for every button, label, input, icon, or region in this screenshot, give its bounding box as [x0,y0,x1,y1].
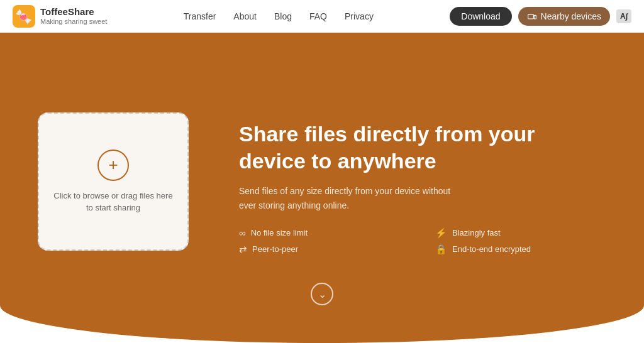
feature-label-encrypted: End-to-end encrypted [452,244,531,254]
svg-rect-3 [534,15,536,19]
nearby-icon [527,11,537,21]
feature-encrypted: 🔒 End-to-end encrypted [435,244,606,255]
plus-circle-icon: + [97,150,129,181]
feature-label-fast: Blazingly fast [452,228,501,237]
nav-faq[interactable]: FAQ [309,11,327,21]
transfer-icon: ⇄ [239,244,247,255]
svg-rect-2 [528,14,533,19]
svg-text:🍬: 🍬 [15,8,33,25]
nav-blog[interactable]: Blog [274,11,292,21]
dropzone-label: Click to browse or drag files here to st… [52,190,175,214]
download-button[interactable]: Download [450,7,511,26]
language-switcher[interactable]: A∫ [616,9,631,23]
nav-privacy[interactable]: Privacy [345,11,374,21]
lock-icon: 🔒 [435,244,447,255]
hero-subtext: Send files of any size directly from you… [239,184,465,212]
nav-about[interactable]: About [233,11,257,21]
dropzone-card[interactable]: + Click to browse or drag files here to … [38,112,189,251]
logo-text-block: ToffeeShare Making sharing sweet [40,6,107,26]
nav-links: Transfer About Blog FAQ Privacy [184,11,374,21]
feature-blazingly-fast: ⚡ Blazingly fast [435,227,606,239]
features-grid: ∞ No file size limit ⚡ Blazingly fast ⇄ … [239,227,606,255]
chevron-down-icon: ⌄ [318,288,326,300]
hero-headline: Share files directly from your device to… [239,121,606,174]
feature-label-size: No file size limit [251,228,308,237]
nav-transfer[interactable]: Transfer [184,11,216,21]
feature-no-size-limit: ∞ No file size limit [239,227,410,239]
scroll-down-button[interactable]: ⌄ [311,283,333,305]
nearby-devices-button[interactable]: Nearby devices [518,7,611,26]
nav-actions: Download Nearby devices A∫ [450,7,631,26]
infinity-icon: ∞ [239,227,246,238]
logo-icon: 🍬 [13,5,35,28]
lightning-icon: ⚡ [435,227,447,239]
logo-subtitle: Making sharing sweet [40,18,107,26]
logo-title: ToffeeShare [40,6,107,18]
logo-area[interactable]: 🍬 ToffeeShare Making sharing sweet [13,5,107,28]
navbar: 🍬 ToffeeShare Making sharing sweet Trans… [0,0,644,33]
feature-peer-to-peer: ⇄ Peer-to-peer [239,244,410,255]
feature-label-p2p: Peer-to-peer [252,244,298,254]
hero-section: + Click to browse or drag files here to … [0,33,644,343]
hero-content: Share files directly from your device to… [239,121,606,255]
